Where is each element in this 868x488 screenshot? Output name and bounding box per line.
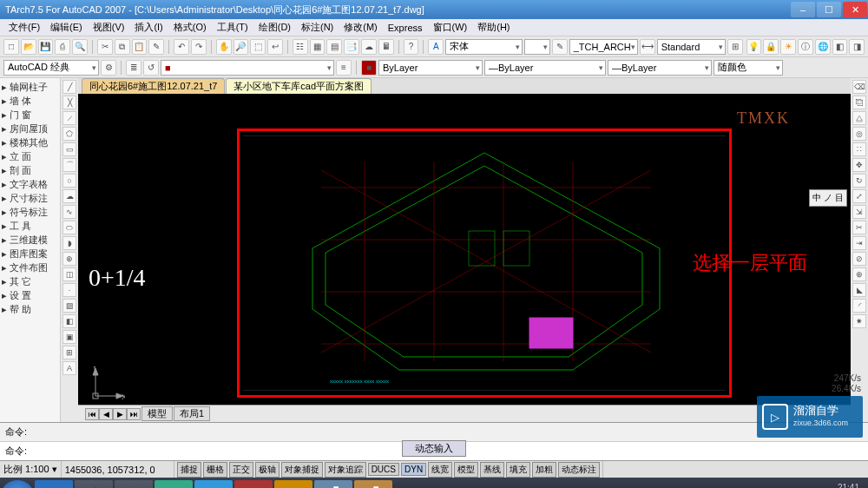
revcloud-icon[interactable]: ☁ [62, 189, 76, 203]
ellipsearc-icon[interactable]: ◗ [62, 236, 76, 250]
task-app3[interactable]: ◐ [155, 480, 193, 488]
scale-icon[interactable]: ⤢ [852, 189, 866, 203]
toggle-fill[interactable]: 填充 [506, 462, 530, 478]
toggle-osnap[interactable]: 对象捕捉 [281, 462, 323, 478]
task-app4[interactable]: ☁ [194, 480, 233, 488]
fontsize-combo[interactable] [524, 39, 550, 55]
globe-icon[interactable]: 🌐 [815, 39, 831, 55]
menu-tools[interactable]: 工具(T) [212, 21, 253, 34]
tree-item[interactable]: ▸ 立 面 [2, 149, 58, 163]
toggle-baseline[interactable]: 基线 [480, 462, 504, 478]
task-tarch[interactable]: ▞ [314, 480, 352, 488]
menu-express[interactable]: Express [383, 23, 428, 33]
fillet-icon[interactable]: ◜ [852, 299, 866, 313]
extend-icon[interactable]: ⇥ [852, 236, 866, 250]
menu-view[interactable]: 视图(V) [88, 21, 130, 34]
block-icon[interactable]: ◫ [62, 267, 76, 281]
toggle-polar[interactable]: 极轴 [255, 462, 279, 478]
redo-icon[interactable]: ↷ [191, 39, 207, 55]
menu-edit[interactable]: 编辑(E) [45, 21, 88, 34]
maximize-button[interactable]: ☐ [817, 2, 841, 17]
menu-insert[interactable]: 插入(I) [129, 21, 168, 34]
zoomwin-icon[interactable]: ⬚ [250, 39, 266, 55]
dimstyle-icon[interactable]: ⟷ [640, 39, 655, 55]
dimstyle-combo[interactable]: Standard [657, 39, 726, 55]
print-icon[interactable]: ⎙ [55, 39, 70, 55]
tree-item[interactable]: ▸ 剖 面 [2, 163, 58, 177]
layerprev-icon[interactable]: ↺ [143, 60, 159, 76]
tab-layout1[interactable]: 布局1 [174, 406, 210, 421]
font-combo[interactable]: 宋体 [445, 39, 523, 55]
undo-icon[interactable]: ↶ [174, 39, 189, 55]
copy-icon[interactable]: ⧉ [115, 39, 130, 55]
tree-item[interactable]: ▸ 文件布图 [2, 260, 58, 274]
help-icon[interactable]: ? [404, 39, 419, 55]
menu-dim[interactable]: 标注(N) [296, 21, 339, 34]
offset-icon[interactable]: ◎ [852, 127, 866, 141]
table2-icon[interactable]: ⊞ [62, 346, 76, 359]
annotative-icon[interactable]: ✎ [552, 39, 568, 55]
trim-icon[interactable]: ✂ [852, 221, 866, 234]
matchprop-icon[interactable]: ✎ [148, 39, 164, 55]
toggle-grid[interactable]: 栅格 [203, 462, 227, 478]
insert-icon[interactable]: ⊕ [62, 252, 76, 266]
tree-item[interactable]: ▸ 轴网柱子 [2, 80, 58, 94]
region-icon[interactable]: ▣ [62, 330, 76, 344]
tab-nav-prev[interactable]: ◀ [99, 408, 113, 420]
view-fusion[interactable]: 中 ノ 目 [809, 189, 847, 207]
layer-icon[interactable]: ≣ [126, 60, 141, 76]
colorswatch-icon[interactable]: ■ [361, 60, 377, 76]
workspace-combo[interactable]: AutoCAD 经典 [3, 60, 99, 76]
new-icon[interactable]: □ [3, 39, 19, 55]
toggle-model[interactable]: 模型 [454, 462, 478, 478]
save-icon[interactable]: 💾 [38, 39, 54, 55]
menu-window[interactable]: 窗口(W) [428, 21, 473, 34]
erase-icon[interactable]: ⌫ [852, 80, 866, 94]
paste-icon[interactable]: 📋 [132, 39, 148, 55]
lineweight-combo[interactable]: — ByLayer [608, 60, 712, 76]
textstyle-combo[interactable]: _TCH_ARCH [569, 39, 638, 55]
sheetset-icon[interactable]: 📑 [344, 39, 359, 55]
info-icon[interactable]: ⓘ [798, 39, 813, 55]
rotate-icon[interactable]: ↻ [852, 174, 866, 188]
stretch-icon[interactable]: ⇲ [852, 205, 866, 219]
layer-combo[interactable]: ■ [161, 60, 334, 76]
preview-icon[interactable]: 🔍 [72, 39, 88, 55]
move-icon[interactable]: ✥ [852, 158, 866, 172]
drawing-canvas[interactable]: TMXK 0+1/4 [78, 94, 851, 405]
ellipse-icon[interactable]: ⬭ [62, 221, 76, 234]
tree-item[interactable]: ▸ 其 它 [2, 274, 58, 288]
clock[interactable]: 21:41 2014/12/29 [816, 483, 859, 488]
circle-icon[interactable]: ○ [62, 174, 76, 188]
designcenter-icon[interactable]: ▦ [310, 39, 326, 55]
tree-item[interactable]: ▸ 墙 体 [2, 94, 58, 108]
zoom-icon[interactable]: 🔎 [233, 39, 249, 55]
chamfer-icon[interactable]: ◣ [852, 283, 866, 297]
copy2-icon[interactable]: ⿻ [852, 96, 866, 109]
menu-format[interactable]: 格式(O) [168, 21, 212, 34]
toggle-bold[interactable]: 加粗 [532, 462, 556, 478]
tab-nav-first[interactable]: ⏮ [85, 408, 99, 420]
line-icon[interactable]: ╱ [62, 80, 76, 94]
toggle-ducs[interactable]: DUCS [368, 463, 399, 476]
tree-item[interactable]: ▸ 文字表格 [2, 177, 58, 191]
menu-draw[interactable]: 绘图(D) [253, 21, 296, 34]
markup-icon[interactable]: ☁ [361, 39, 377, 55]
bulb-icon[interactable]: 💡 [746, 39, 762, 55]
tree-item[interactable]: ▸ 三维建模 [2, 233, 58, 247]
tree-item[interactable]: ▸ 尺寸标注 [2, 191, 58, 205]
tree-item[interactable]: ▸ 楼梯其他 [2, 135, 58, 149]
task-app6[interactable]: ▤ [274, 480, 312, 488]
tree-item[interactable]: ▸ 门 窗 [2, 108, 58, 122]
toggle-otrack[interactable]: 对象追踪 [325, 462, 366, 478]
mtext-icon[interactable]: A [62, 361, 76, 375]
pan-icon[interactable]: ✋ [216, 39, 232, 55]
misc1-icon[interactable]: ◧ [832, 39, 848, 55]
toggle-dyndim[interactable]: 动态标注 [558, 462, 600, 478]
toggle-dyn[interactable]: DYN [401, 463, 426, 476]
zoomprev-icon[interactable]: ↩ [267, 39, 283, 55]
plotstyle-combo[interactable]: 随颜色 [713, 60, 783, 76]
tree-item[interactable]: ▸ 图库图案 [2, 247, 58, 260]
rect-icon[interactable]: ▭ [62, 142, 76, 156]
toolpalette-icon[interactable]: ▤ [326, 39, 342, 55]
